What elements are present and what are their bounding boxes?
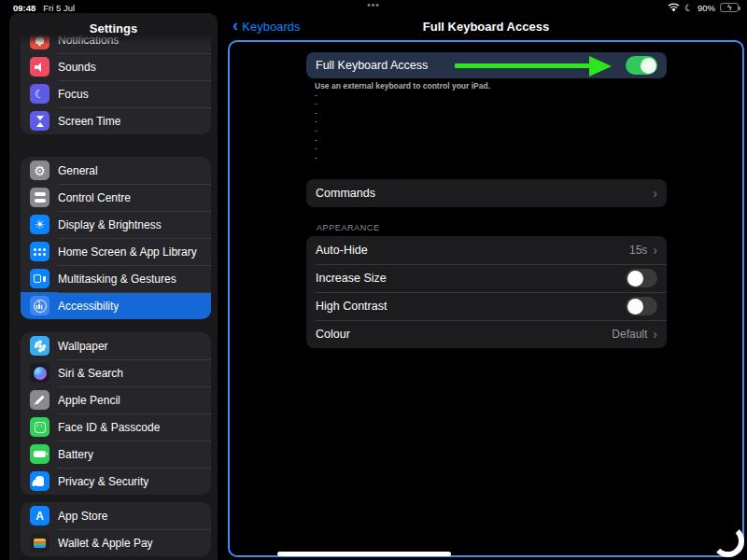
toggle-switch[interactable]	[626, 297, 657, 315]
sidebar-item-multitasking[interactable]: Multitasking & Gestures	[21, 265, 211, 292]
row-label: Commands	[316, 187, 375, 200]
sidebar-item-label: Apple Pencil	[58, 394, 120, 407]
sidebar-item-label: General	[58, 164, 98, 177]
status-left: 09:48 Fri 5 Jul	[13, 3, 75, 13]
toggle-switch[interactable]	[626, 269, 657, 287]
sidebar-item-label: Accessibility	[58, 300, 119, 313]
annotation-arrow-head-icon	[589, 56, 612, 77]
row-value: Default	[612, 328, 647, 341]
help-intro: Use an external keyboard to control your…	[315, 82, 666, 91]
corner-curl-decoration	[712, 525, 744, 557]
sidebar-item-control-centre[interactable]: Control Centre	[21, 184, 211, 211]
shortcut-line	[315, 100, 666, 109]
sidebar-item-privacy[interactable]: Privacy & Security	[21, 468, 211, 495]
wallet-icon	[30, 533, 49, 553]
sidebar-item-screen-time[interactable]: Screen Time	[21, 107, 211, 134]
sidebar-item-app-store[interactable]: App Store	[21, 502, 211, 529]
shortcut-line	[315, 91, 666, 101]
row-high-contrast[interactable]: High Contrast	[306, 292, 667, 320]
multitask-icon	[30, 269, 49, 288]
battery-percent: 90%	[698, 3, 715, 13]
sidebar-item-wallpaper[interactable]: Wallpaper	[21, 332, 211, 359]
chevron-right-icon	[653, 186, 657, 201]
app-grid-icon	[30, 242, 49, 261]
sidebar-item-label: Multitasking & Gestures	[58, 273, 176, 286]
shortcut-line	[315, 136, 666, 146]
hourglass-icon	[30, 111, 49, 131]
sidebar-item-label: Face ID & Passcode	[58, 421, 160, 434]
shortcut-list	[315, 91, 666, 163]
sidebar-item-label: Siri & Search	[58, 367, 123, 380]
row-label: Full Keyboard Access	[316, 59, 428, 72]
back-button-keyboards[interactable]: Keyboards	[233, 20, 300, 34]
sidebar-item-general[interactable]: General	[21, 157, 211, 184]
date: Fri 5 Jul	[43, 3, 75, 13]
shortcut-line	[315, 118, 666, 127]
app-store-icon	[30, 506, 49, 525]
help-text: Use an external keyboard to control your…	[315, 82, 666, 162]
sidebar-group-3: Wallpaper Siri & Search Apple Pencil Fac…	[21, 332, 211, 495]
gear-icon	[30, 161, 49, 180]
flower-icon	[30, 336, 49, 356]
sidebar-item-sounds[interactable]: Sounds	[21, 53, 211, 80]
sidebar-group-4: App Store Wallet & Apple Pay	[21, 502, 211, 556]
sidebar-item-apple-pencil[interactable]: Apple Pencil	[21, 386, 211, 413]
charging-bolt-icon	[727, 3, 732, 12]
sidebar-item-face-id[interactable]: Face ID & Passcode	[21, 413, 211, 441]
sidebar-item-label: App Store	[58, 510, 107, 523]
shortcut-line	[315, 127, 666, 136]
face-id-icon	[30, 417, 49, 437]
sidebar-item-accessibility[interactable]: Accessibility	[21, 292, 211, 319]
sidebar-item-label: Home Screen & App Library	[58, 245, 197, 259]
focus-moon-icon	[684, 3, 693, 13]
sidebar-item-label: Battery	[58, 448, 93, 461]
sidebar-item-display-brightness[interactable]: Display & Brightness	[21, 211, 211, 238]
home-indicator[interactable]	[277, 552, 451, 556]
row-label: Colour	[316, 328, 350, 341]
row-label: Increase Size	[316, 272, 387, 285]
speaker-icon	[30, 57, 49, 77]
battery-icon	[30, 444, 49, 464]
section-header-appearance: APPEARANCE	[317, 223, 380, 232]
siri-orb-icon	[30, 363, 49, 383]
sidebar-item-siri-search[interactable]: Siri & Search	[21, 359, 211, 386]
wifi-icon	[668, 3, 680, 12]
page-title: Full Keyboard Access	[228, 20, 744, 34]
sidebar-title: Settings	[9, 13, 218, 45]
pencil-icon	[30, 390, 49, 410]
clock: 09:48	[13, 3, 35, 13]
appearance-card: Auto-Hide 15s Increase Size High Contras…	[306, 236, 667, 348]
chevron-right-icon	[653, 327, 657, 342]
shortcut-line	[315, 145, 666, 154]
control-centre-icon	[30, 188, 49, 207]
battery-charging-icon	[720, 3, 739, 12]
sidebar-item-label: Control Centre	[58, 191, 131, 204]
accessibility-icon	[30, 296, 49, 315]
row-colour[interactable]: Colour Default	[306, 320, 667, 348]
chevron-right-icon	[653, 243, 657, 258]
sidebar-group-2: General Control Centre Display & Brightn…	[21, 157, 211, 319]
row-increase-size[interactable]: Increase Size	[306, 264, 667, 292]
sidebar-item-label: Sounds	[58, 61, 96, 74]
ipad-screen: 09:48 Fri 5 Jul ••• 90% Settings Notific…	[0, 0, 747, 560]
shortcut-line	[315, 154, 666, 163]
back-button-label: Keyboards	[242, 20, 300, 34]
row-value: 15s	[629, 244, 647, 257]
moon-icon	[30, 84, 49, 104]
row-auto-hide[interactable]: Auto-Hide 15s	[306, 236, 667, 264]
sidebar-item-label: Focus	[58, 88, 89, 101]
status-right: 90%	[668, 3, 739, 13]
window-controls-dots-icon[interactable]: •••	[280, 0, 467, 10]
sidebar-item-battery[interactable]: Battery	[21, 441, 211, 468]
sidebar-item-home-screen[interactable]: Home Screen & App Library	[21, 238, 211, 265]
sidebar-item-wallet[interactable]: Wallet & Apple Pay	[21, 529, 211, 556]
sidebar-item-label: Wallpaper	[58, 340, 108, 353]
sidebar-item-focus[interactable]: Focus	[21, 80, 211, 107]
full-keyboard-access-toggle[interactable]	[626, 56, 657, 75]
annotation-arrow	[455, 63, 591, 68]
commands-row[interactable]: Commands	[306, 179, 667, 207]
settings-sidebar: Settings Notifications Sounds Focus Scre…	[9, 13, 218, 560]
sidebar-item-label: Privacy & Security	[58, 475, 148, 488]
shortcut-line	[315, 109, 666, 119]
hand-icon	[30, 471, 49, 491]
